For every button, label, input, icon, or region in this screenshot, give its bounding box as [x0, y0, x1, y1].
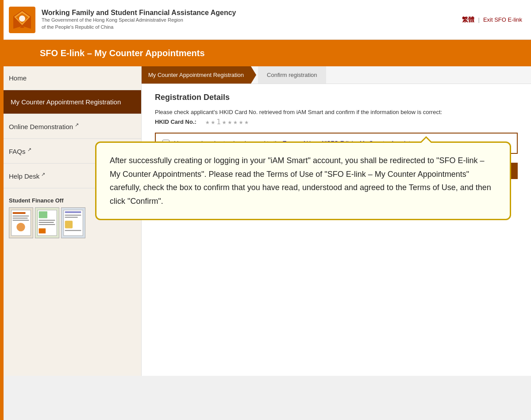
svg-rect-18 — [39, 224, 55, 225]
sidebar-item-online-demo[interactable]: Online Demonstration ↗ — [0, 114, 141, 139]
header-left: Working Family and Student Financial Ass… — [9, 7, 236, 33]
svg-rect-8 — [13, 212, 26, 214]
svg-rect-23 — [65, 215, 81, 216]
exit-sfo-link[interactable]: Exit SFO E-link — [483, 16, 522, 23]
org-sub: The Government of the Hong Kong Special … — [42, 17, 236, 31]
sidebar-item-my-counter[interactable]: My Counter Appointment Registration — [0, 90, 141, 114]
logo-icon — [9, 7, 35, 33]
tooltip-bubble: After successfully creating or logging i… — [95, 141, 511, 220]
org-name: Working Family and Student Financial Ass… — [42, 9, 236, 17]
banner-title: SFO E-link – My Counter Appointments — [40, 48, 205, 58]
breadcrumb: My Counter Appointment Registration Conf… — [142, 66, 531, 84]
left-accent — [0, 0, 4, 376]
svg-rect-17 — [39, 222, 54, 223]
svg-rect-19 — [39, 229, 46, 234]
hkid-label: HKID Card No.: — [155, 118, 196, 125]
sidebar-thumb-2 — [35, 207, 59, 238]
svg-rect-10 — [13, 218, 28, 218]
svg-rect-7 — [12, 210, 31, 236]
svg-rect-11 — [13, 220, 29, 221]
svg-rect-22 — [65, 211, 81, 213]
svg-rect-24 — [65, 217, 78, 218]
header: Working Family and Student Financial Ass… — [0, 0, 531, 40]
header-divider: | — [478, 16, 479, 23]
content-area: My Counter Appointment Registration Conf… — [142, 66, 531, 376]
org-info: Working Family and Student Financial Ass… — [42, 9, 236, 31]
tooltip-text: After successfully creating or logging i… — [110, 156, 491, 206]
svg-rect-9 — [13, 216, 29, 217]
svg-rect-15 — [39, 211, 47, 218]
sidebar-thumb-1 — [9, 207, 33, 238]
svg-rect-26 — [65, 230, 81, 231]
hkid-row: HKID Card No.: ★★1★★★★★ — [155, 118, 518, 126]
breadcrumb-step2: Confirm registration — [258, 66, 326, 84]
sidebar-item-home[interactable]: Home — [0, 66, 141, 90]
svg-rect-16 — [39, 220, 55, 221]
sidebar: Home My Counter Appointment Registration… — [0, 66, 142, 376]
svg-point-4 — [19, 15, 25, 22]
sidebar-thumb-3 — [61, 207, 85, 238]
header-right: 繁體 | Exit SFO E-link — [462, 16, 522, 24]
reg-title: Registration Details — [155, 93, 518, 102]
lang-link[interactable]: 繁體 — [462, 16, 474, 24]
breadcrumb-step1: My Counter Appointment Registration — [142, 66, 256, 84]
main-layout: Home My Counter Appointment Registration… — [0, 66, 531, 376]
reg-description: Please check applicant's HKID Card No. r… — [155, 109, 518, 115]
banner: SFO E-link – My Counter Appointments — [0, 40, 531, 66]
svg-point-12 — [16, 223, 25, 231]
svg-rect-25 — [65, 221, 73, 228]
hkid-value: ★★1★★★★★ — [205, 118, 250, 126]
